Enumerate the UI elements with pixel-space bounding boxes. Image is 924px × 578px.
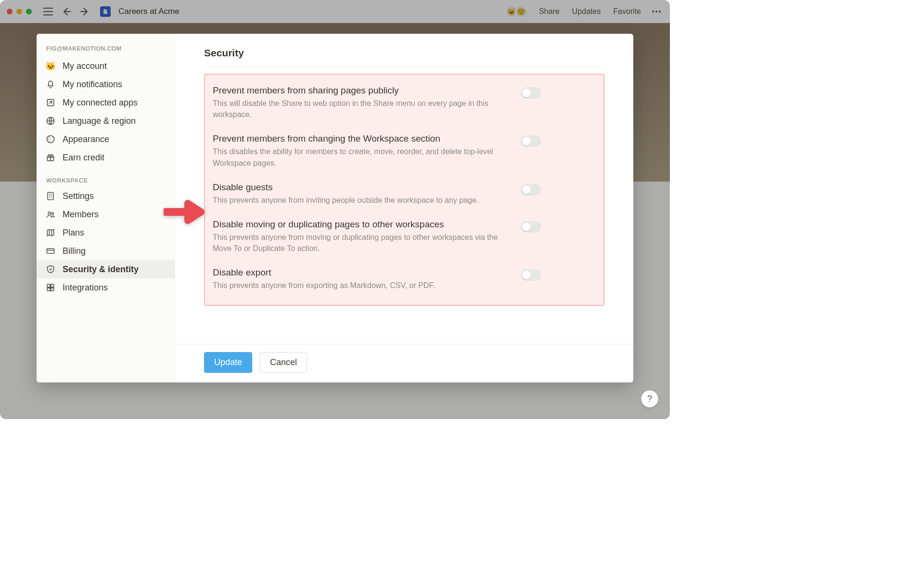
setting-desc: This prevents anyone from exporting as M…: [213, 280, 511, 291]
setting-title: Disable export: [213, 267, 511, 278]
map-icon: [45, 227, 56, 238]
setting-disable-export: Disable export This prevents anyone from…: [210, 261, 599, 298]
setting-desc: This disables the ability for members to…: [213, 146, 511, 168]
globe-icon: [45, 116, 56, 126]
sidebar-item-plans[interactable]: Plans: [37, 223, 175, 242]
svg-rect-11: [47, 284, 50, 287]
callout-arrow-icon: [164, 198, 205, 225]
setting-desc: This prevents anyone from moving or dupl…: [213, 232, 511, 254]
sidebar-item-earn-credit[interactable]: Earn credit: [37, 148, 175, 167]
toggle-disable-guests[interactable]: [521, 184, 541, 196]
moon-icon: [45, 134, 56, 144]
toggle-disable-export[interactable]: [521, 269, 541, 281]
credit-card-icon: [45, 246, 56, 256]
svg-rect-13: [47, 288, 50, 291]
bell-icon: [45, 79, 56, 90]
svg-rect-12: [51, 284, 54, 287]
members-icon: [45, 209, 56, 220]
sidebar-item-security[interactable]: Security & identity: [37, 260, 175, 278]
sidebar-item-label: Language & region: [63, 116, 136, 126]
setting-desc: This will disable the Share to web optio…: [213, 98, 511, 120]
settings-footer: Update Cancel: [175, 344, 633, 382]
app-window: Careers at Acme 🐱 🙂 Share Updates Favori…: [0, 0, 670, 419]
help-button[interactable]: ?: [641, 390, 658, 407]
svg-point-8: [48, 212, 51, 214]
toggle-disable-move-duplicate[interactable]: [521, 221, 541, 233]
svg-point-9: [51, 212, 53, 214]
sidebar-item-label: Settings: [63, 191, 94, 201]
grid-icon: [45, 282, 56, 293]
gift-icon: [45, 152, 56, 163]
sidebar-item-my-notifications[interactable]: My notifications: [37, 75, 175, 93]
svg-rect-7: [48, 193, 53, 200]
sidebar-item-members[interactable]: Members: [37, 205, 175, 223]
sidebar-heading-workspace: WORKSPACE: [37, 167, 175, 187]
cancel-button[interactable]: Cancel: [260, 352, 307, 373]
user-icon: 🐱: [45, 61, 56, 71]
setting-title: Prevent members from changing the Worksp…: [213, 133, 511, 144]
toggle-prevent-workspace-change[interactable]: [521, 135, 541, 147]
sidebar-item-label: Members: [63, 210, 99, 220]
sidebar-item-label: Plans: [63, 228, 84, 238]
svg-rect-14: [51, 288, 54, 291]
sidebar-item-label: My account: [63, 61, 107, 71]
sidebar-item-billing[interactable]: Billing: [37, 242, 175, 260]
building-icon: [45, 191, 56, 201]
svg-rect-10: [47, 249, 54, 253]
shield-icon: [45, 264, 56, 275]
setting-desc: This prevents anyone from inviting peopl…: [213, 195, 511, 206]
setting-disable-guests: Disable guests This prevents anyone from…: [210, 175, 599, 212]
sidebar-item-label: My notifications: [63, 79, 122, 90]
setting-title: Disable moving or duplicating pages to o…: [213, 219, 511, 230]
sidebar-item-settings[interactable]: Settings: [37, 187, 175, 205]
toggle-prevent-public-share[interactable]: [521, 87, 541, 99]
settings-modal: FIG@MAKENOTION.COM 🐱 My account My notif…: [37, 34, 633, 382]
sidebar-item-label: My connected apps: [63, 98, 138, 108]
sidebar-item-connected-apps[interactable]: My connected apps: [37, 93, 175, 112]
sidebar-item-label: Billing: [63, 246, 86, 256]
sidebar-item-appearance[interactable]: Appearance: [37, 130, 175, 148]
setting-prevent-workspace-change: Prevent members from changing the Worksp…: [210, 127, 599, 175]
settings-sidebar: FIG@MAKENOTION.COM 🐱 My account My notif…: [37, 34, 175, 382]
sidebar-account-email: FIG@MAKENOTION.COM: [37, 42, 175, 57]
sidebar-item-label: Security & identity: [63, 264, 139, 275]
sidebar-item-integrations[interactable]: Integrations: [37, 278, 175, 297]
setting-disable-move-duplicate: Disable moving or duplicating pages to o…: [210, 212, 599, 261]
update-button[interactable]: Update: [204, 352, 252, 373]
section-title: Security: [204, 47, 604, 67]
settings-content: Security Prevent members from sharing pa…: [175, 34, 633, 382]
sidebar-item-my-account[interactable]: 🐱 My account: [37, 57, 175, 75]
help-icon: ?: [647, 394, 652, 404]
external-link-icon: [45, 97, 56, 108]
sidebar-item-label: Earn credit: [63, 153, 104, 163]
settings-scroll: Security Prevent members from sharing pa…: [175, 34, 633, 344]
sidebar-item-label: Appearance: [63, 134, 109, 144]
highlight-box: Prevent members from sharing pages publi…: [204, 74, 604, 306]
setting-title: Prevent members from sharing pages publi…: [213, 85, 511, 96]
sidebar-item-language-region[interactable]: Language & region: [37, 112, 175, 130]
setting-prevent-public-share: Prevent members from sharing pages publi…: [210, 79, 599, 127]
setting-title: Disable guests: [213, 182, 511, 193]
sidebar-item-label: Integrations: [63, 283, 108, 293]
